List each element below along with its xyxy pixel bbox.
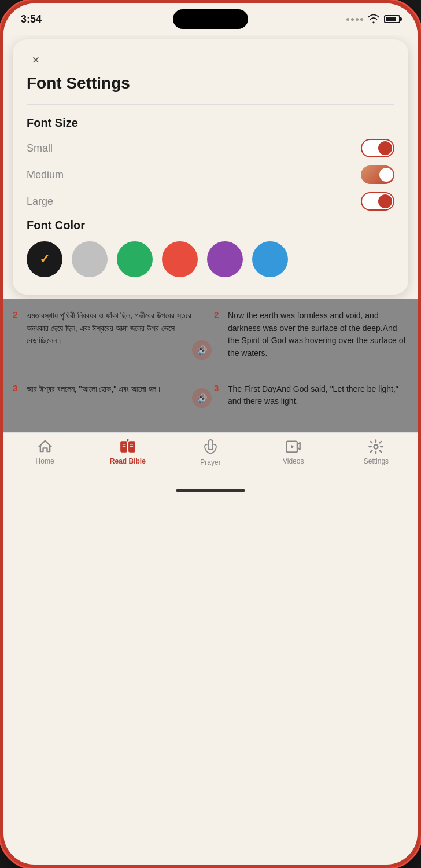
dynamic-island [173,9,248,29]
home-bar-line [176,489,245,492]
signal-dot-3 [356,18,359,21]
bible-section: 2 এমতাবস্থায় পৃথিবী নিরবয়ব ও ফাঁকা ছিল… [3,299,418,432]
verse-2-english-text: Now the earth was formless and void, and… [228,310,408,360]
font-size-large-row: Large [27,192,394,211]
color-green[interactable] [117,241,153,277]
tab-settings-label: Settings [364,457,389,465]
verse-3-bengali-number: 3 [13,383,22,408]
color-circles: ✓ [27,241,394,277]
font-color-section-title: Font Color [27,219,394,232]
verse-3-audio-button[interactable]: 🔊 [192,388,212,408]
status-bar: 3:54 [3,3,418,35]
font-settings-modal: × Font Settings Font Size Small Medium L… [13,39,408,295]
verse-2-bengali-number: 2 [13,310,22,360]
status-icons [346,14,400,24]
signal-dots [346,18,363,21]
tab-prayer[interactable]: Prayer [169,439,252,466]
large-label: Large [27,196,53,208]
verse-2-bengali-col: 2 এমতাবস্থায় পৃথিবী নিরবয়ব ও ফাঁকা ছিল… [13,310,207,360]
battery-icon [384,15,400,23]
home-icon [37,439,53,455]
verse-2-english-number: 2 [214,310,223,360]
verse-3-english-number: 3 [214,383,223,408]
bible-icon [119,439,136,455]
tab-settings[interactable]: Settings [335,439,418,465]
tab-home-label: Home [36,457,54,465]
large-toggle[interactable] [361,192,394,211]
small-toggle[interactable] [361,139,394,157]
modal-title: Font Settings [27,74,394,93]
color-blue[interactable] [252,241,288,277]
phone-frame: 3:54 × Font Settings Font Size [0,0,421,868]
tab-read-bible[interactable]: Read Bible [86,439,169,465]
speaker-icon-2: 🔊 [197,393,207,403]
tab-prayer-label: Prayer [200,458,220,466]
color-gray[interactable] [72,241,108,277]
close-button[interactable]: × [27,51,45,69]
tab-bar: Home Read Bible Prayer [3,432,418,484]
medium-toggle[interactable] [361,165,394,184]
small-label: Small [27,142,53,155]
svg-point-5 [374,445,378,449]
small-toggle-knob [378,141,392,155]
signal-dot-4 [360,18,363,21]
tab-videos[interactable]: Videos [252,439,335,465]
verse-3-bengali-text: আর ঈশ্বর বললেন, "আলো হোক," এবং আলো হল। [27,383,161,408]
font-size-small-row: Small [27,139,394,157]
tab-home[interactable]: Home [3,439,86,465]
font-size-medium-row: Medium [27,165,394,184]
medium-toggle-knob [379,168,393,182]
verse-pair-2: 2 এমতাবস্থায় পৃথিবী নিরবয়ব ও ফাঁকা ছিল… [13,310,408,360]
status-time: 3:54 [21,13,42,25]
speaker-icon: 🔊 [197,345,207,355]
verse-2-audio-button[interactable]: 🔊 [192,340,212,360]
color-red[interactable] [162,241,198,277]
color-purple[interactable] [207,241,243,277]
prayer-icon [204,439,217,456]
verse-2-english-col: 2 Now the earth was formless and void, a… [214,310,408,360]
medium-label: Medium [27,169,64,181]
tab-read-bible-label: Read Bible [110,457,146,465]
large-toggle-knob [378,194,392,208]
divider [27,104,394,105]
font-color-section: Font Color ✓ [27,219,394,277]
font-size-section-title: Font Size [27,116,394,130]
wifi-icon [368,14,379,24]
color-check-icon: ✓ [39,252,50,267]
verse-2-bengali-text: এমতাবস্থায় পৃথিবী নিরবয়ব ও ফাঁকা ছিল, … [27,310,207,360]
verse-3-english-text: The First DayAnd God said, "Let there be… [228,383,408,408]
color-black[interactable]: ✓ [27,241,62,277]
close-icon: × [32,54,40,67]
verse-3-bengali-col: 3 আর ঈশ্বর বললেন, "আলো হোক," এবং আলো হল। [13,383,207,408]
verse-3-english-col: 3 The First DayAnd God said, "Let there … [214,383,408,408]
svg-point-3 [127,439,128,441]
home-bar [3,484,418,496]
videos-icon [285,439,301,455]
settings-icon [368,439,384,455]
signal-dot-2 [351,18,354,21]
verse-pair-3: 3 আর ঈশ্বর বললেন, "আলো হোক," এবং আলো হল।… [13,383,408,408]
tab-videos-label: Videos [283,457,304,465]
signal-dot-1 [346,18,349,21]
battery-fill [386,17,396,21]
